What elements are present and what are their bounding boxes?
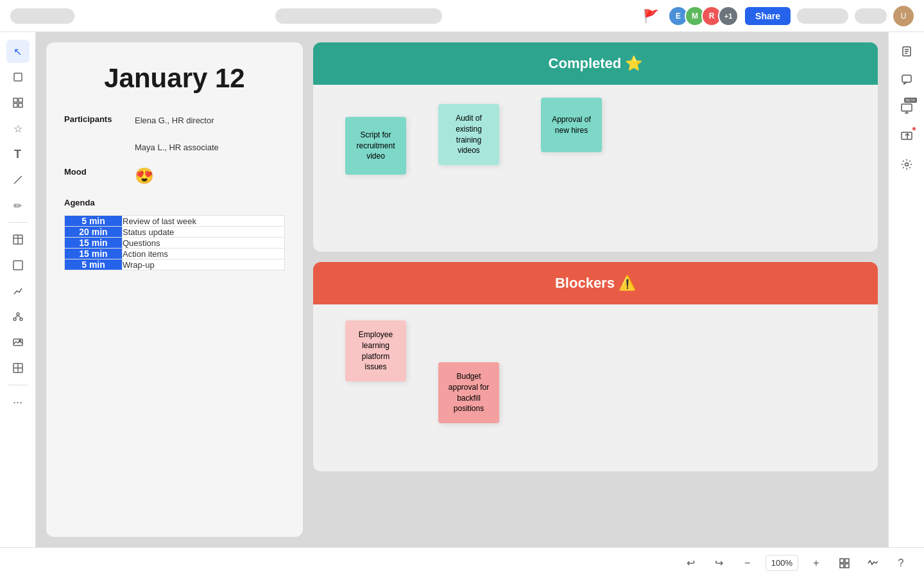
participants-value: Elena G., HR director Maya L., HR associ… [135,114,219,154]
redo-button[interactable]: ↪ [709,553,730,574]
embed-tool[interactable] [6,356,30,380]
agenda-item-2: Status update [123,227,285,238]
pages-tool[interactable] [895,40,918,63]
agenda-row-4: 15 min Action items [65,249,285,259]
agenda-time-4: 15 min [65,249,123,259]
sticky-budget[interactable]: Budget approval for backfill positions [438,362,499,423]
svg-rect-9 [13,261,22,270]
agenda-table: 5 min Review of last week 20 min Status … [64,215,285,270]
svg-line-13 [15,315,18,318]
svg-rect-25 [902,104,912,111]
zoom-level[interactable]: 100% [766,555,798,571]
svg-rect-1 [13,98,17,102]
completed-header: Completed ⭐ [313,42,878,85]
agenda-time-2: 20 min [65,227,123,238]
toolbar-divider2 [8,385,28,385]
avatar-overflow: +1 [718,6,739,26]
svg-line-5 [14,176,22,184]
cursor-tool[interactable]: ↖ [6,40,30,63]
agenda-row-1: 5 min Review of last week [65,216,285,227]
topbar-center [275,8,442,24]
completed-body: Script for recruitment video Audit of ex… [313,85,878,252]
canvas-area: January 12 Participants Elena G., HR dir… [36,32,888,547]
image-tool[interactable] [6,331,30,354]
svg-rect-33 [840,564,844,568]
search-bar[interactable] [275,8,442,24]
sticky-platform[interactable]: Employee learning platform issues [345,320,406,381]
agenda-item-4: Action items [123,249,285,259]
left-toolbar: ↖ ☆ T ✏ [0,32,36,547]
help-button[interactable]: ? [891,553,911,574]
blockers-title: Blockers ⚠️ [555,275,636,291]
svg-rect-31 [840,559,844,563]
share-screen-tool[interactable] [895,125,918,148]
present-tool[interactable]: BETA [895,96,918,119]
user-avatar[interactable]: U [893,6,914,26]
blockers-section: Blockers ⚠️ Employee learning platform i… [313,262,878,471]
mood-row: Mood 😍 [64,167,285,185]
agenda-time-5: 5 min [65,259,123,270]
more-tools[interactable]: ··· [6,390,30,414]
participant-1: Elena G., HR director [135,114,219,128]
text-tool[interactable]: T [6,143,30,166]
star-tool[interactable]: ☆ [6,117,30,140]
participants-label: Participants [64,114,135,124]
sticky-script[interactable]: Script for recruitment video [345,117,406,175]
blockers-header: Blockers ⚠️ [313,262,878,304]
zoom-out-button[interactable]: − [737,553,758,574]
agenda-label: Agenda [64,198,285,207]
svg-rect-34 [845,564,849,568]
sticky-approval[interactable]: Approval of new hires [541,98,602,152]
right-toolbar: BETA [888,32,924,547]
activity-button[interactable] [862,553,883,574]
topbar-right: 🚩 E M R +1 Share U [643,6,914,26]
fit-to-screen-button[interactable] [834,553,855,574]
components-tool[interactable] [6,91,30,114]
agenda-time-1: 5 min [65,216,123,227]
diagram-tool[interactable] [6,305,30,328]
share-button[interactable]: Share [745,7,791,25]
svg-line-14 [18,315,21,318]
agenda-time-3: 15 min [65,238,123,249]
svg-rect-0 [14,73,22,81]
topbar-left [10,8,74,24]
boards-panel: Completed ⭐ Script for recruitment video… [313,42,878,537]
breadcrumb-pill2 [855,8,887,24]
agenda-item-5: Wrap-up [123,259,285,270]
svg-rect-24 [902,75,911,82]
svg-rect-3 [13,103,17,107]
agenda-row-2: 20 min Status update [65,227,285,238]
mood-emoji: 😍 [135,167,154,185]
pen-tool[interactable]: ✏ [6,194,30,217]
avatar-group: E M R +1 [668,6,739,26]
completed-section: Completed ⭐ Script for recruitment video… [313,42,878,252]
table-tool[interactable] [6,228,30,251]
agenda-row-3: 15 min Questions [65,238,285,249]
participant-2: Maya L., HR associate [135,141,219,155]
mood-label: Mood [64,167,135,177]
sticky-note-tool[interactable] [6,254,30,277]
sticky-audit[interactable]: Audit of existing training videos [438,104,499,165]
bottom-bar: ↩ ↪ − 100% + ? [0,547,924,578]
frame-tool[interactable] [6,66,30,89]
line-tool[interactable] [6,168,30,191]
svg-point-11 [13,318,16,320]
svg-rect-32 [845,559,849,563]
agenda-item-1: Review of last week [123,216,285,227]
svg-point-10 [17,313,19,315]
flag-icon: 🚩 [643,8,659,24]
agenda-row-5: 5 min Wrap-up [65,259,285,270]
beta-badge: BETA [904,98,916,103]
undo-button[interactable]: ↩ [681,553,701,574]
svg-point-16 [19,340,21,342]
toolbar-divider [8,222,28,223]
participants-row: Participants Elena G., HR director Maya … [64,114,285,154]
chart-tool[interactable] [6,279,30,302]
comments-tool[interactable] [895,68,918,91]
meeting-date: January 12 [64,63,285,94]
settings-tool[interactable] [895,153,918,176]
meeting-panel: January 12 Participants Elena G., HR dir… [46,42,303,537]
zoom-in-button[interactable]: + [806,553,826,574]
app-logo [10,8,74,24]
svg-rect-28 [902,132,912,139]
